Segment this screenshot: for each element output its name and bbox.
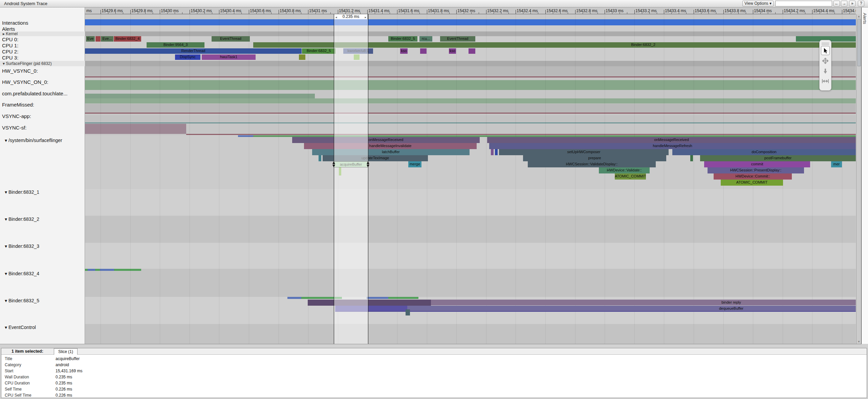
selection-tool-button[interactable] xyxy=(821,46,830,55)
scroll-down-icon[interactable]: ▼ xyxy=(856,340,861,343)
trace-slice[interactable]: HWCSession::PresentDisplay:: xyxy=(708,167,804,173)
trace-slice[interactable]: Eve xyxy=(86,36,95,42)
trace-slice[interactable]: EventThread xyxy=(212,36,250,42)
sidebar-item--system-bin-surfaceflinger[interactable]: ▾ /system/bin/surfaceflinger xyxy=(2,137,84,143)
trace-slice[interactable]: hwuiTask1 xyxy=(202,54,256,60)
trace-slice[interactable]: merge xyxy=(408,161,421,167)
vsync-app-line xyxy=(85,122,856,123)
nav-forward-button[interactable]: → xyxy=(841,1,847,6)
trace-slice[interactable] xyxy=(319,155,321,161)
trace-slice[interactable]: HWCSession::ValidateDisplay:: xyxy=(528,161,656,167)
ruler-minor-tick xyxy=(568,12,568,14)
trace-slice[interactable]: EventThread xyxy=(440,36,475,42)
ruler-minor-tick xyxy=(330,12,331,14)
trace-slice[interactable]: setUpHWComposer xyxy=(499,149,669,155)
timing-tool-button[interactable] xyxy=(821,76,830,86)
trace-slice[interactable]: Binder:6832_5 xyxy=(388,36,417,42)
trace-slice[interactable] xyxy=(495,149,498,155)
trace-slice[interactable] xyxy=(308,300,431,306)
trace-slice[interactable] xyxy=(406,309,410,315)
scrollbar-thumb[interactable] xyxy=(857,19,861,66)
ruler-minor-tick xyxy=(286,12,286,14)
sidebar-item-framemissed-: FrameMissed: xyxy=(2,101,84,108)
help-button[interactable]: ? xyxy=(858,1,864,6)
sidebar-item-binder-6832-3[interactable]: ▾ Binder:6832_3 xyxy=(2,243,84,249)
ruler-tick xyxy=(101,10,101,14)
trace-slice[interactable]: onMessageReceived xyxy=(292,137,480,143)
prop-value: 0.226 ms xyxy=(56,393,72,398)
sidebar-item-surfaceflinger-pid-6832-[interactable]: ▾ SurfaceFlinger (pid 6832) xyxy=(0,61,85,66)
trace-slice[interactable]: dequeueBuffer xyxy=(407,306,856,312)
trace-slice[interactable]: ATOMIC_COMMIT xyxy=(615,173,646,180)
trace-slice[interactable]: doComposition xyxy=(672,149,856,155)
nav-skip-button[interactable]: » xyxy=(849,1,855,6)
trace-slice[interactable] xyxy=(95,36,101,42)
ruler-minor-tick xyxy=(115,12,116,14)
prop-label: Title xyxy=(5,356,12,361)
trace-slice[interactable]: rcu... xyxy=(419,36,432,42)
trace-slice[interactable]: Binder:6832_5 xyxy=(302,48,335,54)
view-options-button[interactable]: View Options ▾ xyxy=(742,1,774,6)
nav-back-button[interactable]: ← xyxy=(833,1,840,6)
sidebar-item-binder-6832-5[interactable]: ▾ Binder:6832_5 xyxy=(2,298,84,304)
sidebar-item-eventcontrol[interactable]: ▾ EventControl xyxy=(2,324,84,330)
sidebar-item-binder-6832-4[interactable]: ▾ Binder:6832_4 xyxy=(2,271,84,277)
trace-slice[interactable]: onMessageReceived xyxy=(487,137,856,143)
scroll-up-icon[interactable]: ▲ xyxy=(856,15,861,18)
ruler-tick-label: 15431 ms xyxy=(309,8,327,13)
sidebar-item-binder-6832-2[interactable]: ▾ Binder:6832_2 xyxy=(2,216,84,222)
timeline-ruler[interactable]: ms15429.6 ms15429.8 ms15430 ms15430.2 ms… xyxy=(85,7,856,14)
trace-slice[interactable]: commit xyxy=(704,161,810,167)
sidebar-item-binder-6832-1[interactable]: ▾ Binder:6832_1 xyxy=(2,189,84,195)
tab-slice[interactable]: Slice (1) xyxy=(54,348,78,355)
alerts-side-panel[interactable]: Alerts xyxy=(862,7,868,344)
binder-3-track xyxy=(85,243,856,269)
trace-slice[interactable]: binder reply xyxy=(431,300,856,305)
gridline xyxy=(545,14,546,344)
ruler-minor-tick xyxy=(264,12,264,14)
ruler-minor-tick xyxy=(464,12,464,14)
sidebar-item-kernel[interactable]: ▸ Kernel xyxy=(0,31,85,36)
gridline xyxy=(279,14,279,344)
prop-value: android xyxy=(56,362,69,367)
pan-tool-button[interactable] xyxy=(821,56,830,65)
vsync-sf-band xyxy=(85,124,186,134)
trace-slice[interactable]: Binder:6832_4 xyxy=(114,36,141,42)
prop-label: Category xyxy=(5,362,21,367)
cursor-icon xyxy=(823,48,828,54)
ruler-minor-tick xyxy=(657,12,657,14)
trace-slice[interactable]: mer xyxy=(831,161,842,167)
trace-slice[interactable] xyxy=(420,48,427,54)
trace-slice[interactable]: kso xyxy=(449,48,456,54)
zoom-tool-button[interactable] xyxy=(821,66,830,75)
trace-slice[interactable]: DispSync xyxy=(175,54,200,60)
trace-slice[interactable]: handleMessageInvalidate xyxy=(304,143,477,149)
trace-slice[interactable] xyxy=(491,149,494,155)
palette-grip-icon[interactable] xyxy=(822,42,829,45)
framemissed-band xyxy=(85,104,856,113)
trace-slice[interactable]: HWDevice::Commit:: xyxy=(714,173,792,180)
trace-slice[interactable]: Binder:9564_3 xyxy=(147,42,204,48)
trace-slice[interactable]: Eve... xyxy=(101,36,113,42)
search-input[interactable] xyxy=(775,1,832,6)
gridline xyxy=(664,14,664,344)
slice-label: binder reply xyxy=(697,300,765,305)
trace-slice[interactable] xyxy=(299,54,305,60)
trace-slice[interactable]: HWDevice::Validate:: xyxy=(599,167,650,173)
vertical-scrollbar[interactable]: ▲ ▼ xyxy=(856,14,861,344)
ruler-tick xyxy=(723,10,724,14)
ruler-minor-tick xyxy=(508,12,509,14)
hw-vsync-0-band xyxy=(85,66,856,76)
selection-duration-box: ◄ 0.235 ms ► xyxy=(334,14,368,19)
analysis-header: 1 item selected: Slice (1) xyxy=(1,348,867,355)
trace-slice[interactable]: ATOMIC_COMMIT xyxy=(721,180,783,186)
trace-slice[interactable] xyxy=(690,155,693,161)
trace-slice[interactable]: kso xyxy=(400,48,408,54)
timeline-canvas[interactable]: EveEve...Binder:6832_4EventThreadBinder:… xyxy=(85,14,856,344)
trace-slice[interactable]: RenderThread xyxy=(85,48,302,54)
trace-slice[interactable]: postFramebuffer xyxy=(700,155,856,161)
trace-slice[interactable] xyxy=(469,48,475,54)
trace-slice[interactable]: handleMessageRefresh xyxy=(489,143,856,149)
ruler-minor-tick xyxy=(360,12,361,14)
trace-slice[interactable]: prepare xyxy=(523,155,666,161)
